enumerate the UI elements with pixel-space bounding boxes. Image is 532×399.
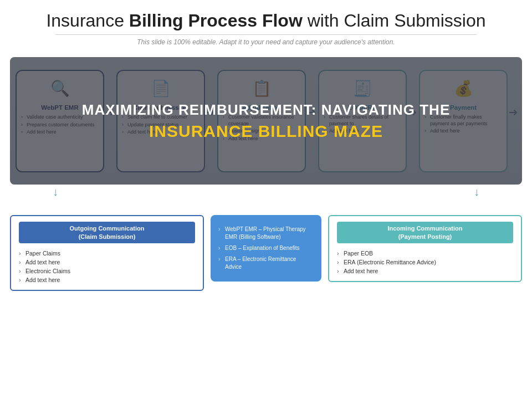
overlay-line2: INSURANCE BILLING MAZE	[149, 122, 383, 141]
incoming-comm-box: Incoming Communication(Payment Posting) …	[328, 215, 522, 282]
list-item: Paper Claims	[19, 249, 195, 258]
bottom-section: Outgoing Communication(Claim Submission)…	[10, 215, 522, 291]
overlay: MAXIMIZING REIMBURSEMENT: NAVIGATING THE…	[10, 57, 522, 185]
list-item: ERA (Electronic Remittance Advice)	[337, 258, 513, 267]
incoming-comm-list: Paper EOB ERA (Electronic Remittance Adv…	[337, 249, 513, 275]
down-arrows-row: ↓ ↓	[0, 185, 532, 198]
list-item: Electronic Claims	[19, 267, 195, 275]
title-divider	[55, 34, 477, 35]
list-item: Paper EOB	[337, 249, 513, 258]
header: Insurance Billing Process Flow with Clai…	[0, 0, 532, 49]
center-info-box: WebPT EMR – Physical Therapy EMR (Billin…	[211, 215, 321, 282]
outgoing-comm-list: Paper Claims Add text here Electronic Cl…	[19, 249, 195, 284]
list-item: ERA – Electronic Remittance Advice	[218, 254, 314, 273]
list-item: Add text here	[337, 267, 513, 275]
incoming-comm-title: Incoming Communication(Payment Posting)	[337, 222, 513, 243]
page-title: Insurance Billing Process Flow with Clai…	[22, 10, 510, 31]
down-arrow-left: ↓	[53, 186, 58, 198]
list-item: WebPT EMR – Physical Therapy EMR (Billin…	[218, 224, 314, 243]
flow-section: 🔍 WebPT EMR Validate case authenticity P…	[10, 57, 522, 185]
subtitle: This slide is 100% editable. Adapt it to…	[22, 38, 510, 46]
outgoing-comm-box: Outgoing Communication(Claim Submission)…	[10, 215, 204, 291]
list-item: Add text here	[19, 275, 195, 284]
list-item: EOB – Explanation of Benefits	[218, 243, 314, 254]
list-item: Add text here	[19, 258, 195, 267]
page: Insurance Billing Process Flow with Clai…	[0, 0, 532, 399]
outgoing-comm-title: Outgoing Communication(Claim Submission)	[19, 222, 195, 243]
center-info-list: WebPT EMR – Physical Therapy EMR (Billin…	[218, 224, 314, 273]
overlay-line1: MAXIMIZING REIMBURSEMENT: NAVIGATING THE	[82, 101, 450, 119]
down-arrow-right: ↓	[474, 186, 479, 198]
